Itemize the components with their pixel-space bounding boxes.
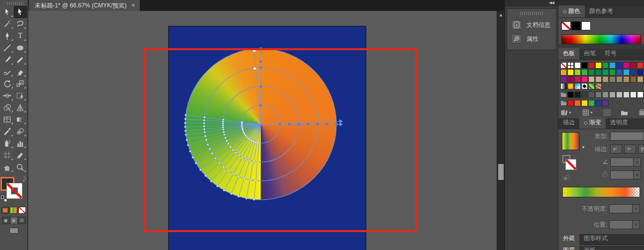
opacity-dropdown[interactable]: ▼ <box>609 204 640 213</box>
position-dropdown[interactable]: ▼ <box>609 220 640 229</box>
gradient-slider-bar[interactable] <box>562 187 640 197</box>
eyedropper-tool[interactable] <box>1 125 14 137</box>
swatch[interactable] <box>616 91 623 98</box>
slice-tool[interactable] <box>14 149 27 161</box>
swatch[interactable] <box>609 91 616 98</box>
swatch[interactable] <box>567 91 574 98</box>
document-tab[interactable]: 未标题-1* @ 66.67% (CMYK/预览) × <box>29 0 140 11</box>
panel-toggle-icon[interactable]: ◇ <box>584 120 588 125</box>
swatch[interactable] <box>595 76 602 83</box>
swatch[interactable] <box>637 62 644 69</box>
swatch[interactable] <box>595 62 602 69</box>
gradient-thumbnail-arrow-icon[interactable]: ▼ <box>581 145 585 150</box>
direct-selection-tool[interactable] <box>14 6 27 18</box>
document-info-button[interactable]: 文档信息 <box>507 18 556 32</box>
swatch-kinds-icon[interactable]: ▼ <box>582 109 593 116</box>
swatch[interactable] <box>616 69 623 76</box>
swatch[interactable] <box>602 100 609 106</box>
swatch[interactable] <box>595 83 602 89</box>
free-transform-tool[interactable] <box>14 89 27 101</box>
swatch[interactable] <box>567 76 574 83</box>
swatch[interactable] <box>609 62 616 69</box>
gradient-type-dropdown[interactable] <box>610 132 644 141</box>
none-button[interactable] <box>18 207 26 214</box>
swatch[interactable] <box>623 91 630 98</box>
width-tool[interactable] <box>1 89 14 101</box>
column-graph-tool[interactable] <box>14 137 27 149</box>
swatch[interactable] <box>630 69 637 76</box>
swatch[interactable] <box>567 69 574 76</box>
swatch[interactable] <box>602 69 609 76</box>
color-button[interactable] <box>1 207 9 214</box>
swatch[interactable] <box>560 83 567 89</box>
default-fill-stroke-icon[interactable] <box>1 196 6 201</box>
shape-builder-tool[interactable] <box>1 101 14 113</box>
hand-tool[interactable] <box>1 161 14 173</box>
swatch[interactable] <box>560 69 567 76</box>
swatch[interactable] <box>560 100 567 106</box>
swatch-options-icon[interactable] <box>603 109 611 116</box>
symbol-sprayer-tool[interactable] <box>1 137 14 149</box>
canvas-area[interactable]: ▲ <box>28 11 504 250</box>
shaper-tool[interactable] <box>1 66 14 78</box>
swatch[interactable] <box>630 62 637 69</box>
gradient-button[interactable] <box>10 207 17 214</box>
swatch[interactable] <box>574 100 581 106</box>
swatch[interactable] <box>602 91 609 98</box>
selection-tool[interactable] <box>1 6 14 18</box>
tab-swatches[interactable]: 色板 <box>558 48 579 60</box>
chevron-down-icon[interactable]: ▼ <box>632 221 640 229</box>
lasso-tool[interactable] <box>14 18 27 30</box>
tab-stroke[interactable]: 描边 <box>558 117 579 129</box>
tab-brushes[interactable]: 画笔 <box>579 48 600 60</box>
swatch[interactable] <box>567 100 574 106</box>
swatch[interactable] <box>574 62 581 69</box>
collapse-dock-icon[interactable]: ◀◀ <box>549 0 554 5</box>
tab-symbols[interactable]: 符号 <box>600 48 621 60</box>
swatch[interactable] <box>609 69 616 76</box>
new-swatch-icon[interactable] <box>638 109 644 116</box>
eraser-tool[interactable] <box>14 66 27 78</box>
swatch[interactable] <box>574 76 581 83</box>
swatch[interactable] <box>561 21 571 30</box>
properties-button[interactable]: 属性 <box>507 32 556 46</box>
rotate-tool[interactable] <box>1 78 14 89</box>
swatch[interactable] <box>581 100 588 106</box>
swatch[interactable] <box>588 91 595 98</box>
draw-inside-button[interactable]: 回 <box>18 217 26 224</box>
pen-tool[interactable] <box>1 30 14 42</box>
close-tab-icon[interactable]: × <box>131 2 135 9</box>
swatch[interactable] <box>581 91 588 98</box>
blend-tool[interactable] <box>14 125 27 137</box>
type-tool[interactable]: T <box>14 30 27 42</box>
swatch[interactable] <box>560 62 567 69</box>
swatch[interactable] <box>567 62 574 69</box>
color-spectrum-bar[interactable] <box>561 34 641 44</box>
gradient-angle-dropdown[interactable]: ▼ <box>610 158 641 167</box>
gradient-tool[interactable] <box>14 113 27 125</box>
swatch[interactable] <box>595 100 602 106</box>
chevron-down-icon[interactable]: ▼ <box>633 171 641 179</box>
tab-color-guide[interactable]: 颜色参考 <box>585 5 618 17</box>
vertical-scrollbar[interactable]: ▲ <box>497 11 504 250</box>
swatch[interactable] <box>602 76 609 83</box>
stroke-within-icon[interactable] <box>610 145 622 154</box>
swatch[interactable] <box>637 76 644 83</box>
swatch[interactable] <box>560 76 567 83</box>
screen-mode-button[interactable] <box>9 228 18 234</box>
tab-graphic-styles[interactable]: 图形样式 <box>579 233 612 245</box>
mesh-tool[interactable] <box>1 113 14 125</box>
swatch[interactable] <box>623 62 630 69</box>
swatch[interactable] <box>567 83 574 89</box>
swatch[interactable] <box>637 69 644 76</box>
swatch[interactable] <box>588 62 595 69</box>
draw-normal-button[interactable]: ▣ <box>2 217 10 224</box>
stroke-proxy[interactable] <box>6 183 22 199</box>
swatch[interactable] <box>595 69 602 76</box>
pencil-tool[interactable] <box>14 54 27 66</box>
chevron-down-icon[interactable]: ▼ <box>632 205 640 213</box>
red-rectangle-artwork[interactable] <box>144 48 417 232</box>
swatch[interactable] <box>581 76 588 83</box>
gradient-thumbnail[interactable] <box>562 132 580 150</box>
magic-wand-tool[interactable] <box>1 18 14 30</box>
